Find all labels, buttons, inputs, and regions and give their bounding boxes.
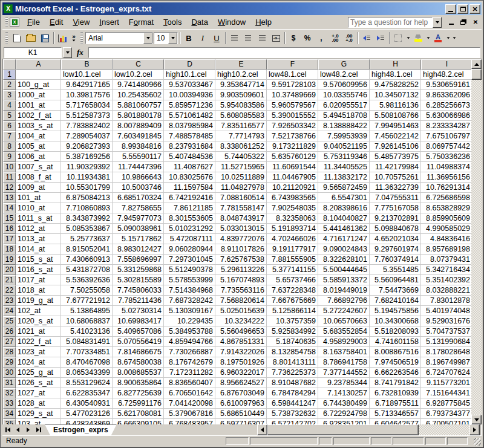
menu-item-help[interactable]: Help bbox=[250, 16, 276, 28]
workbook-restore-button[interactable] bbox=[459, 18, 468, 27]
cell-G11[interactable]: 11.13832172 bbox=[318, 172, 370, 183]
font-size-combobox[interactable]: 10 bbox=[154, 32, 178, 44]
cell-I11[interactable]: 11.36956156 bbox=[421, 172, 471, 183]
workbook-minimize-button[interactable] bbox=[446, 18, 456, 27]
cell-H22[interactable]: 7.54473669 bbox=[370, 285, 421, 296]
cell-A15[interactable]: 1011_s_at bbox=[16, 213, 61, 224]
cell-C13[interactable]: 6.685170324 bbox=[113, 193, 164, 203]
cell-C27[interactable]: 5.070556419 bbox=[113, 337, 164, 347]
cell-F22[interactable]: 7.637228348 bbox=[267, 285, 318, 296]
cell-B8[interactable]: 9.206827393 bbox=[61, 141, 113, 152]
borders-dropdown-icon[interactable] bbox=[405, 31, 411, 45]
cell-F18[interactable]: 9.191177917 bbox=[267, 244, 318, 255]
cell-I20[interactable]: 5.342716434 bbox=[421, 265, 471, 275]
cell-E1[interactable]: high10.2.cel bbox=[215, 70, 267, 80]
cell-A6[interactable]: 1003_s_at bbox=[16, 121, 61, 131]
cell-H15[interactable]: 9.213702891 bbox=[370, 213, 421, 224]
cell-A9[interactable]: 1006_at bbox=[16, 152, 61, 162]
cell-G24[interactable]: 5.272242607 bbox=[318, 306, 370, 316]
first-sheet-icon[interactable] bbox=[2, 424, 13, 435]
cell-B9[interactable]: 5.387169256 bbox=[61, 152, 113, 162]
cell-H34[interactable]: 5.713346557 bbox=[370, 409, 421, 419]
align-right-button[interactable] bbox=[255, 31, 269, 45]
row-header-25[interactable]: 25 bbox=[3, 316, 16, 326]
cell-E18[interactable]: 8.911017826 bbox=[215, 244, 267, 255]
cell-E3[interactable]: 9.903509601 bbox=[215, 90, 267, 100]
cell-F5[interactable]: 5.390015552 bbox=[267, 111, 318, 121]
cell-I33[interactable]: 6.928775845 bbox=[421, 398, 471, 409]
row-header-30[interactable]: 30 bbox=[3, 368, 16, 378]
next-sheet-icon[interactable] bbox=[23, 424, 33, 435]
cell-G34[interactable]: 6.722924798 bbox=[318, 409, 370, 419]
cell-A35[interactable]: 103_at bbox=[16, 419, 61, 424]
horizontal-scrollbar-thumb[interactable] bbox=[267, 424, 419, 435]
cell-I12[interactable]: 10.76291314 bbox=[421, 183, 471, 193]
cell-E31[interactable]: 8.956624527 bbox=[215, 378, 267, 388]
cell-G32[interactable]: 7.14130257 bbox=[318, 388, 370, 398]
cell-E21[interactable]: 5.167074893 bbox=[215, 275, 267, 285]
cell-E22[interactable]: 7.735563116 bbox=[215, 285, 267, 296]
cell-A20[interactable]: 1016_s_at bbox=[16, 265, 61, 275]
menu-grip[interactable] bbox=[5, 18, 8, 27]
cell-G9[interactable]: 5.753119346 bbox=[318, 152, 370, 162]
cell-A14[interactable]: 1010_at bbox=[16, 203, 61, 213]
cell-G7[interactable]: 7.59953939 bbox=[318, 131, 370, 141]
cell-G27[interactable]: 4.958929003 bbox=[318, 337, 370, 347]
cell-C33[interactable]: 6.725991176 bbox=[113, 398, 164, 409]
cell-B3[interactable]: 10.39817576 bbox=[61, 90, 113, 100]
vertical-scrollbar-track[interactable] bbox=[471, 80, 482, 415]
merge-center-button[interactable] bbox=[269, 31, 283, 45]
cell-H13[interactable]: 7.047555311 bbox=[370, 193, 421, 203]
cell-E32[interactable]: 6.876703049 bbox=[215, 388, 267, 398]
row-header-20[interactable]: 20 bbox=[3, 265, 16, 275]
cell-D15[interactable]: 8.301553605 bbox=[164, 213, 215, 224]
row-header-19[interactable]: 19 bbox=[3, 255, 16, 265]
cell-D2[interactable]: 9.537033467 bbox=[164, 80, 215, 90]
cell-I24[interactable]: 5.401974048 bbox=[421, 306, 471, 316]
cell-I31[interactable]: 9.115773201 bbox=[421, 378, 471, 388]
column-header-g[interactable]: G bbox=[318, 59, 370, 70]
cell-A2[interactable]: 100_g_at bbox=[16, 80, 61, 90]
save-button[interactable] bbox=[38, 31, 51, 45]
cell-C26[interactable]: 5.409657086 bbox=[113, 326, 164, 337]
cell-F14[interactable]: 7.902548035 bbox=[267, 203, 318, 213]
row-header-15[interactable]: 15 bbox=[3, 213, 16, 224]
cell-D22[interactable]: 7.514384968 bbox=[164, 285, 215, 296]
row-header-11[interactable]: 11 bbox=[3, 172, 16, 183]
cell-H17[interactable]: 4.652021034 bbox=[370, 234, 421, 244]
cell-H1[interactable]: high48.1.cel bbox=[370, 70, 421, 80]
cell-B27[interactable]: 5.084831491 bbox=[61, 337, 113, 347]
align-left-button[interactable] bbox=[227, 31, 241, 45]
cell-I5[interactable]: 5.630066986 bbox=[421, 111, 471, 121]
row-header-22[interactable]: 22 bbox=[3, 285, 16, 296]
cell-D9[interactable]: 5.407484536 bbox=[164, 152, 215, 162]
cell-F7[interactable]: 7.521738766 bbox=[267, 131, 318, 141]
cell-C1[interactable]: low10.2.cel bbox=[113, 70, 164, 80]
close-button[interactable]: ✕ bbox=[469, 4, 480, 14]
last-sheet-icon[interactable] bbox=[33, 424, 44, 435]
comma-button[interactable]: , bbox=[315, 31, 328, 45]
cell-D26[interactable]: 5.384953788 bbox=[164, 326, 215, 337]
decrease-indent-button[interactable] bbox=[360, 31, 373, 45]
cell-G30[interactable]: 7.377144552 bbox=[318, 368, 370, 378]
cell-F19[interactable]: 7.881555905 bbox=[267, 255, 318, 265]
cell-F2[interactable]: 9.591728103 bbox=[267, 80, 318, 90]
cell-E35[interactable]: 6.597716307 bbox=[215, 419, 267, 424]
cell-A13[interactable]: 101_at bbox=[16, 193, 61, 203]
cell-D16[interactable]: 5.010231292 bbox=[164, 224, 215, 234]
cell-A7[interactable]: 1004_at bbox=[16, 131, 61, 141]
toolbar-overflow-button[interactable]: » bbox=[70, 31, 78, 45]
cell-I21[interactable]: 5.351402392 bbox=[421, 275, 471, 285]
row-header-6[interactable]: 6 bbox=[3, 121, 16, 131]
cell-B34[interactable]: 5.477023126 bbox=[61, 409, 113, 419]
maximize-button[interactable] bbox=[457, 4, 468, 14]
cell-B25[interactable]: 10.68068837 bbox=[61, 316, 113, 326]
insert-function-icon[interactable]: fx bbox=[73, 48, 87, 57]
cell-I10[interactable]: 11.04988374 bbox=[421, 162, 471, 172]
cell-E19[interactable]: 7.625767538 bbox=[215, 255, 267, 265]
cell-G14[interactable]: 8.208398616 bbox=[318, 203, 370, 213]
row-header-1[interactable]: 1 bbox=[3, 70, 16, 80]
row-header-32[interactable]: 32 bbox=[3, 388, 16, 398]
cell-G31[interactable]: 9.23785344 bbox=[318, 378, 370, 388]
column-header-b[interactable]: B bbox=[61, 59, 113, 70]
